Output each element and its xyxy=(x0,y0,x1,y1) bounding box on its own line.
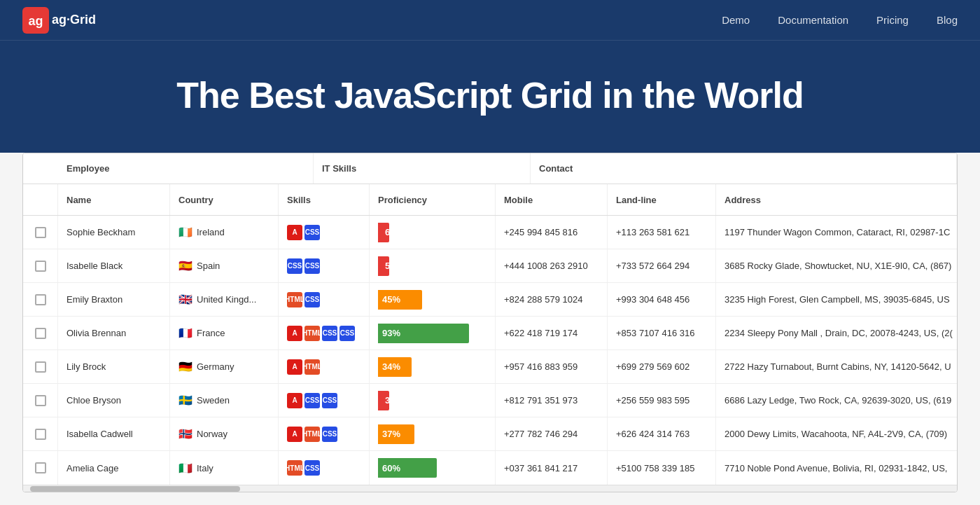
country-name: Italy xyxy=(197,463,214,473)
hero-section: The Best JavaScript Grid in the World xyxy=(0,41,980,153)
header-group-itskills: IT Skills xyxy=(314,153,531,184)
cell-skills: ACSSCSS xyxy=(279,384,370,417)
cell-proficiency: 60% xyxy=(370,451,496,485)
angular-skill-icon: A xyxy=(287,393,302,408)
header-skills[interactable]: Skills xyxy=(279,184,370,215)
css-skill-icon: CSS xyxy=(322,393,337,408)
cell-address: 3235 High Forest, Glen Campbell, MS, 390… xyxy=(716,283,957,316)
header-row-groups: Employee IT Skills Contact xyxy=(23,153,957,184)
row-checkbox[interactable] xyxy=(35,361,46,373)
header-proficiency[interactable]: Proficiency xyxy=(370,184,496,215)
cell-country: 🇩🇪 Germany xyxy=(170,350,279,383)
cell-name: Lily Brock xyxy=(58,350,170,383)
angular-skill-icon: A xyxy=(287,326,302,341)
cell-skills: HTMLCSS xyxy=(279,283,370,316)
country-name: France xyxy=(197,328,225,338)
css-skill-icon: CSS xyxy=(304,460,320,476)
table-row: Amelia Cage 🇮🇹 Italy HTMLCSS 60% +037 36… xyxy=(23,451,957,485)
logo-text: ag·Grid xyxy=(52,13,96,27)
prof-bar: 45% xyxy=(378,290,422,310)
country-name: Norway xyxy=(197,429,227,439)
header-country[interactable]: Country xyxy=(170,184,279,215)
country-name: United Kingd... xyxy=(197,294,256,305)
cell-checkbox[interactable] xyxy=(23,350,58,383)
css-skill-icon: CSS xyxy=(304,225,320,240)
logo[interactable]: ag ag·Grid xyxy=(22,7,96,34)
prof-bar: 5% xyxy=(381,256,389,276)
row-checkbox[interactable] xyxy=(35,328,46,339)
row-checkbox[interactable] xyxy=(35,294,46,305)
nav-links: Demo Documentation Pricing Blog xyxy=(722,14,958,26)
cell-checkbox[interactable] xyxy=(23,451,58,485)
nav-blog[interactable]: Blog xyxy=(937,14,958,26)
cell-country: 🇬🇧 United Kingd... xyxy=(170,283,279,316)
cell-checkbox[interactable] xyxy=(23,384,58,417)
cell-address: 2234 Sleepy Pony Mall , Drain, DC, 20078… xyxy=(716,317,957,350)
cell-landline: +993 304 648 456 xyxy=(608,283,716,316)
angular-skill-icon: A xyxy=(287,359,302,375)
row-checkbox[interactable] xyxy=(35,429,46,440)
cell-skills: HTMLCSS xyxy=(279,451,370,485)
cell-landline: +853 7107 416 316 xyxy=(608,317,716,350)
cell-proficiency: 45% xyxy=(370,283,496,316)
cell-checkbox[interactable] xyxy=(23,216,58,249)
html-skill-icon: HTML xyxy=(304,427,320,442)
cell-landline: +256 559 983 595 xyxy=(608,384,716,417)
hero-title: The Best JavaScript Grid in the World xyxy=(0,74,980,116)
cell-checkbox[interactable] xyxy=(23,249,58,282)
cell-skills: AHTMLCSS xyxy=(279,417,370,450)
country-name: Sweden xyxy=(197,395,230,406)
css-skill-icon: CSS xyxy=(304,393,320,408)
cell-name: Amelia Cage xyxy=(58,451,170,485)
country-flag: 🇮🇹 xyxy=(178,462,192,475)
country-flag: 🇸🇪 xyxy=(178,394,192,407)
table-row: Chloe Bryson 🇸🇪 Sweden ACSSCSS 3% +812 7… xyxy=(23,384,957,417)
nav-pricing[interactable]: Pricing xyxy=(876,14,909,26)
grid-scrollbar[interactable] xyxy=(23,485,957,492)
cell-name: Isabella Cadwell xyxy=(58,417,170,450)
cell-landline: +699 279 569 602 xyxy=(608,350,716,383)
nav-demo[interactable]: Demo xyxy=(722,14,750,26)
ag-grid: Employee IT Skills Contact Name Country … xyxy=(22,153,958,492)
cell-checkbox[interactable] xyxy=(23,417,58,450)
prof-bar: 93% xyxy=(378,324,469,343)
cell-address: 6686 Lazy Ledge, Two Rock, CA, 92639-302… xyxy=(716,384,957,417)
css-skill-icon: CSS xyxy=(304,292,320,307)
cell-skills: AHTML xyxy=(279,350,370,383)
row-checkbox[interactable] xyxy=(35,395,46,406)
cell-checkbox[interactable] xyxy=(23,283,58,316)
cell-country: 🇳🇴 Norway xyxy=(170,417,279,450)
cell-mobile: +957 416 883 959 xyxy=(496,350,608,383)
header-address[interactable]: Address xyxy=(716,184,957,215)
prof-bar: 34% xyxy=(378,357,412,377)
css-skill-icon: CSS xyxy=(340,326,355,341)
row-checkbox[interactable] xyxy=(35,261,46,272)
cell-mobile: +622 418 719 174 xyxy=(496,317,608,350)
angular-skill-icon: A xyxy=(287,427,302,442)
cell-checkbox[interactable] xyxy=(23,317,58,350)
cell-mobile: +824 288 579 1024 xyxy=(496,283,608,316)
cell-mobile: +812 791 351 973 xyxy=(496,384,608,417)
grid-header: Employee IT Skills Contact Name Country … xyxy=(23,153,957,216)
cell-proficiency: 3% xyxy=(370,384,496,417)
row-checkbox[interactable] xyxy=(35,227,46,238)
prof-bar: 60% xyxy=(378,458,437,478)
cell-name: Emily Braxton xyxy=(58,283,170,316)
country-flag: 🇮🇪 xyxy=(178,226,192,239)
table-row: Isabelle Black 🇪🇸 Spain CSSCSS 5% +444 1… xyxy=(23,249,957,283)
cell-address: 1197 Thunder Wagon Common, Cataract, RI,… xyxy=(716,216,957,249)
nav-documentation[interactable]: Documentation xyxy=(778,14,848,26)
html-skill-icon: HTML xyxy=(287,460,302,476)
header-landline[interactable]: Land-line xyxy=(608,184,716,215)
row-checkbox[interactable] xyxy=(35,462,46,473)
cell-name: Isabelle Black xyxy=(58,249,170,282)
country-flag: 🇬🇧 xyxy=(178,293,192,306)
cell-address: 2722 Hazy Turnabout, Burnt Cabins, NY, 1… xyxy=(716,350,957,383)
scrollbar-thumb[interactable] xyxy=(30,486,240,492)
table-row: Lily Brock 🇩🇪 Germany AHTML 34% +957 416… xyxy=(23,350,957,384)
prof-bar: 3% xyxy=(381,391,389,410)
header-mobile[interactable]: Mobile xyxy=(496,184,608,215)
cell-mobile: +444 1008 263 2910 xyxy=(496,249,608,282)
css-skill-icon: CSS xyxy=(322,427,337,442)
header-name[interactable]: Name xyxy=(58,184,170,215)
